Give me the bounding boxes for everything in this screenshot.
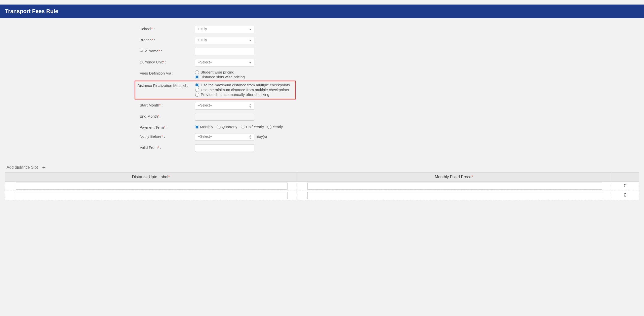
dist-method-max-radio[interactable] [195, 83, 199, 87]
dist-method-manual-label: Provide distance manually after checking [201, 92, 269, 97]
add-distance-slot-button[interactable]: + [41, 164, 48, 171]
rule-name-label: Rule Name* : [0, 48, 195, 53]
dist-method-min-label: Use the minimum distance from multiple c… [201, 88, 289, 92]
dist-method-max-label: Use the maximum distance from multiple c… [201, 83, 290, 87]
col-action-header [611, 172, 639, 181]
school-select[interactable]: 19july [195, 26, 254, 33]
notify-before-unit: day(s) [257, 135, 267, 139]
payment-term-half-radio[interactable] [241, 125, 245, 129]
valid-from-label: Valid From* : [0, 144, 195, 150]
currency-unit-label: Currency Unit* : [0, 59, 195, 64]
form-container: School* : 19july Branch* : 19july Rule N… [0, 18, 644, 160]
end-month-label: End Month* : [0, 113, 195, 118]
notify-before-select[interactable]: --Select-- [195, 133, 254, 141]
rule-name-input[interactable] [195, 48, 254, 55]
distance-slot-table: Distance Upto Label* Monthly Fixed Proce… [5, 172, 639, 200]
payment-term-quarterly-label: Quarterly [222, 125, 237, 129]
col-distance-header: Distance Upto Label* [5, 172, 297, 181]
price-input[interactable] [307, 192, 602, 199]
branch-label: Branch* : [0, 37, 195, 42]
distance-method-label: Distance Finalization Method : [137, 83, 195, 88]
end-month-input[interactable] [195, 113, 254, 121]
fees-def-distance-label: Distance slots wise pricing [200, 75, 245, 79]
payment-term-monthly-label: Monthly [200, 125, 213, 129]
dist-method-manual-radio[interactable] [195, 93, 199, 97]
col-price-header: Monthly Fixed Proce* [297, 172, 611, 181]
school-label: School* : [0, 26, 195, 31]
distance-method-highlight: Distance Finalization Method : Use the m… [135, 81, 296, 99]
payment-term-monthly-radio[interactable] [195, 125, 199, 129]
distance-input[interactable] [16, 183, 288, 190]
table-row [5, 181, 639, 191]
start-month-select[interactable]: --Select-- [195, 102, 254, 110]
price-input[interactable] [307, 183, 602, 190]
branch-select[interactable]: 19july [195, 37, 254, 44]
trash-icon [623, 193, 627, 197]
fees-def-student-radio[interactable] [195, 70, 199, 74]
valid-from-input[interactable] [195, 144, 254, 152]
payment-term-quarterly-radio[interactable] [217, 125, 221, 129]
dist-method-min-radio[interactable] [195, 88, 199, 92]
fees-def-student-label: Student wise pricing [200, 70, 234, 74]
payment-term-label: Payment Term* : [0, 124, 195, 129]
payment-term-half-label: Half Yearly [246, 125, 264, 129]
currency-unit-select[interactable]: --Select-- [195, 59, 254, 66]
notify-before-label: Notify Before* : [0, 133, 195, 138]
trash-icon [623, 184, 627, 187]
payment-term-yearly-label: Yearly [272, 125, 283, 129]
payment-term-yearly-radio[interactable] [267, 125, 271, 129]
table-row [5, 191, 639, 200]
start-month-label: Start Month* : [0, 102, 195, 107]
fees-def-distance-radio[interactable] [195, 75, 199, 79]
delete-row-button[interactable] [623, 184, 627, 188]
delete-row-button[interactable] [623, 193, 627, 197]
page-title: Transport Fees Rule [0, 5, 644, 18]
add-distance-slot-label: Add distance Slot [7, 165, 38, 170]
distance-input[interactable] [16, 192, 288, 199]
fees-definition-label: Fees Definition Via : [0, 70, 195, 75]
